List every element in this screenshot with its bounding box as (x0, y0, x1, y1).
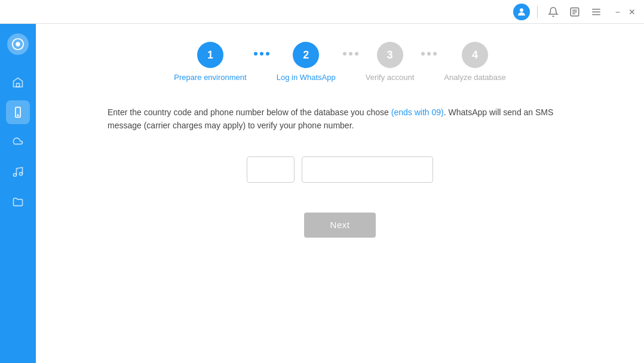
sidebar (0, 24, 36, 363)
bell-icon[interactable] (545, 4, 562, 20)
step-4-label: Analyze database (444, 73, 505, 82)
sidebar-item-cloud[interactable] (6, 130, 30, 154)
dot (427, 52, 431, 56)
dots-1-2 (254, 52, 269, 56)
app-body: 1 Prepare environment 2 Log in WhatsApp (0, 24, 644, 363)
menu-icon[interactable] (588, 4, 605, 20)
next-button[interactable]: Next (304, 213, 376, 238)
country-code-wrapper: + (247, 156, 295, 183)
minimize-button[interactable]: − (613, 6, 622, 18)
dot (421, 52, 425, 56)
dots-2-3 (343, 52, 358, 56)
dot (433, 52, 437, 56)
step-3: 3 Verify account (366, 42, 415, 82)
title-bar: − ✕ (0, 0, 644, 24)
svg-point-12 (17, 115, 19, 116)
step-4-circle: 4 (462, 42, 488, 68)
step-1: 1 Prepare environment (174, 42, 246, 82)
step-3-circle: 3 (377, 42, 403, 68)
dot (266, 52, 269, 56)
step-4: 4 Analyze database (444, 42, 505, 82)
main-content-area: 1 Prepare environment 2 Log in WhatsApp (36, 24, 644, 363)
dot (349, 52, 352, 56)
svg-point-9 (16, 42, 20, 46)
step-3-label: Verify account (366, 73, 415, 82)
title-bar-icons: − ✕ (513, 4, 638, 20)
avatar-icon[interactable] (513, 4, 530, 20)
country-code-input[interactable] (247, 156, 295, 183)
form-area: Enter the country code and phone number … (36, 94, 644, 363)
sidebar-item-music[interactable] (6, 160, 30, 184)
sidebar-item-device[interactable] (6, 100, 30, 124)
svg-point-13 (14, 174, 17, 177)
description-link: (ends with 09) (391, 107, 444, 117)
dot (254, 52, 257, 56)
sidebar-item-folder[interactable] (6, 190, 30, 214)
step-1-circle: 1 (197, 42, 223, 68)
phone-number-input[interactable] (302, 156, 433, 183)
step-1-label: Prepare environment (174, 73, 246, 82)
button-row: Next (108, 213, 572, 238)
dot (343, 52, 346, 56)
svg-point-14 (20, 173, 23, 176)
step-2-circle: 2 (293, 42, 319, 68)
description-text: Enter the country code and phone number … (108, 106, 572, 133)
phone-input-row: + (108, 156, 572, 183)
description-main: Enter the country code and phone number … (108, 107, 391, 117)
dot (355, 52, 358, 56)
svg-rect-10 (17, 84, 20, 87)
svg-point-0 (520, 8, 523, 12)
notes-icon[interactable] (566, 4, 583, 20)
step-2: 2 Log in WhatsApp (277, 42, 336, 82)
dot (260, 52, 263, 56)
steps-header: 1 Prepare environment 2 Log in WhatsApp (36, 24, 644, 94)
separator (537, 6, 538, 18)
sidebar-item-home[interactable] (6, 70, 30, 94)
window-controls: − ✕ (613, 6, 638, 18)
step-2-label: Log in WhatsApp (277, 73, 336, 82)
dots-3-4 (421, 52, 437, 56)
app-logo[interactable] (7, 33, 29, 55)
close-button[interactable]: ✕ (626, 6, 638, 18)
